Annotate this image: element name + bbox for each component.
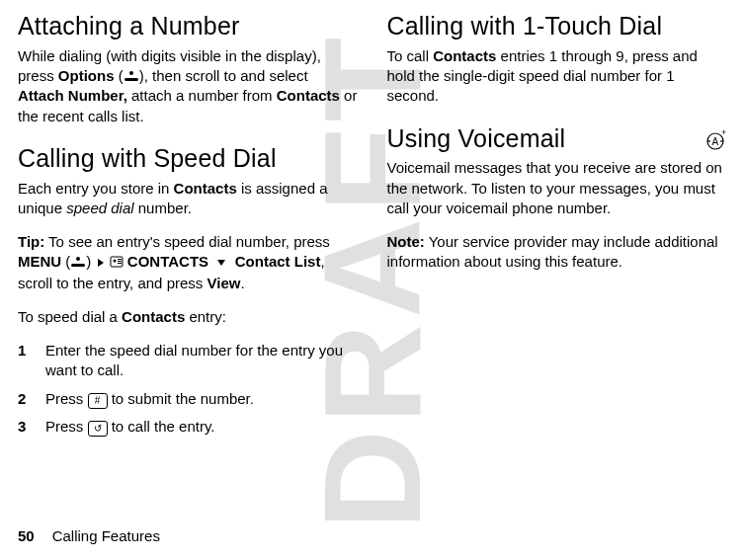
para-speed-tip: Tip: To see an entry's speed dial number… xyxy=(18,232,358,293)
page-number: 50 xyxy=(18,527,35,544)
text: number. xyxy=(134,200,192,216)
softkey-icon xyxy=(70,256,86,268)
footer-title: Calling Features xyxy=(52,527,160,544)
heading-voicemail: A + Using Voicemail xyxy=(387,124,727,153)
label-contacts: Contacts xyxy=(277,87,340,104)
right-column: Calling with 1-Touch Dial To call Contac… xyxy=(387,12,727,489)
text: entry: xyxy=(185,308,226,325)
left-column: Attaching a Number While dialing (with d… xyxy=(18,12,358,489)
step-1: 1 Enter the speed dial number for the en… xyxy=(18,341,358,381)
step-number: 3 xyxy=(18,417,26,437)
para-one-touch: To call Contacts entries 1 through 9, pr… xyxy=(387,46,727,107)
label-contacts: Contacts xyxy=(174,180,237,197)
label-options: Options xyxy=(58,67,115,84)
text: ( xyxy=(61,253,70,270)
heading-attaching-number: Attaching a Number xyxy=(18,12,358,40)
text: To speed dial a xyxy=(18,308,122,325)
label-speed-dial: speed dial xyxy=(66,200,133,216)
svg-marker-6 xyxy=(217,260,225,266)
text: ) xyxy=(86,253,95,270)
text: Press xyxy=(45,418,88,435)
page-body: Attaching a Number While dialing (with d… xyxy=(0,0,744,489)
label-attach-number: Attach Number, xyxy=(18,87,127,104)
contacts-icon xyxy=(110,253,124,273)
para-voicemail-note: Note: Your service provider may include … xyxy=(387,232,727,273)
note-label: Note: xyxy=(387,233,425,250)
heading-text: Using Voicemail xyxy=(387,124,566,152)
para-attaching-number: While dialing (with digits visible in th… xyxy=(18,46,358,126)
svg-rect-5 xyxy=(118,263,122,264)
text: To call xyxy=(387,47,434,64)
heading-one-touch: Calling with 1-Touch Dial xyxy=(387,12,727,40)
svg-marker-0 xyxy=(98,259,104,267)
label-contacts-menu: CONTACTS xyxy=(127,253,208,270)
step-number: 1 xyxy=(18,341,26,360)
hash-key-icon: # xyxy=(88,393,108,409)
text: Your service provider may include additi… xyxy=(387,233,718,270)
label-menu: MENU xyxy=(18,253,61,270)
label-contact-list: Contact List xyxy=(235,253,321,270)
step-number: 2 xyxy=(18,389,26,409)
text: Press xyxy=(45,390,88,407)
text: To see an entry's speed dial number, pre… xyxy=(44,233,330,250)
text: ( xyxy=(115,67,124,84)
label-contacts: Contacts xyxy=(433,47,496,64)
tip-label: Tip: xyxy=(18,233,44,250)
label-view: View xyxy=(207,275,240,291)
text: attach a number from xyxy=(127,87,277,104)
label-contacts: Contacts xyxy=(122,308,185,325)
softkey-icon xyxy=(124,70,139,82)
heading-speed-dial: Calling with Speed Dial xyxy=(18,144,358,173)
para-voicemail: Voicemail messages that you receive are … xyxy=(387,158,727,218)
speed-dial-steps: 1 Enter the speed dial number for the en… xyxy=(18,341,358,437)
nav-right-icon xyxy=(96,258,106,268)
svg-point-2 xyxy=(113,260,116,263)
text: Each entry you store in xyxy=(18,180,174,197)
network-feature-icon: A + xyxy=(704,128,726,157)
step-3: 3 Press ↺ to call the entry. xyxy=(18,417,358,437)
svg-rect-3 xyxy=(118,259,122,260)
text: to submit the number. xyxy=(108,390,254,407)
text: . xyxy=(240,275,244,291)
page-footer: 50Calling Features xyxy=(0,527,744,544)
step-2: 2 Press # to submit the number. xyxy=(18,389,358,409)
svg-text:+: + xyxy=(721,129,726,137)
text: to call the entry. xyxy=(108,418,215,435)
svg-rect-4 xyxy=(118,261,122,262)
nav-down-icon xyxy=(216,253,226,273)
para-speed-howto: To speed dial a Contacts entry: xyxy=(18,307,358,327)
svg-text:A: A xyxy=(712,136,719,147)
para-speed-intro: Each entry you store in Contacts is assi… xyxy=(18,179,358,219)
text: ), then scroll to and select xyxy=(139,67,308,84)
step-text: Enter the speed dial number for the entr… xyxy=(45,342,343,378)
call-key-icon: ↺ xyxy=(88,421,108,437)
